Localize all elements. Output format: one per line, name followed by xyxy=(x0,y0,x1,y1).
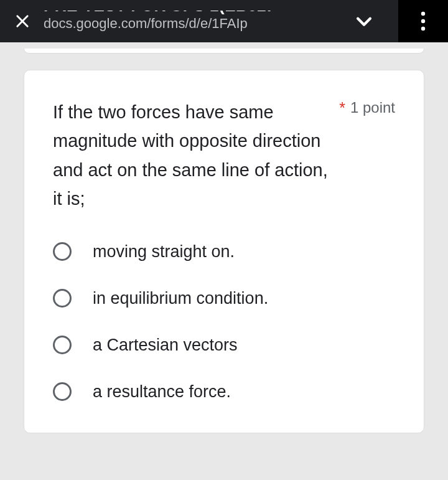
option-2[interactable]: in equilibrium condition. xyxy=(53,289,395,308)
page-title: PRE-TEST FOR UPS 1(EB02: xyxy=(44,11,352,15)
close-button[interactable] xyxy=(12,11,32,31)
option-label: a Cartesian vectors xyxy=(93,336,238,355)
radio-icon xyxy=(53,289,72,308)
option-4[interactable]: a resultance force. xyxy=(53,382,395,402)
option-label: moving straight on. xyxy=(93,242,235,261)
option-3[interactable]: a Cartesian vectors xyxy=(53,336,395,355)
header-text: PRE-TEST FOR UPS 1(EB02: docs.google.com… xyxy=(44,11,352,32)
more-vertical-icon xyxy=(421,11,426,31)
svg-point-2 xyxy=(421,12,425,16)
expand-button[interactable] xyxy=(352,9,376,33)
svg-point-3 xyxy=(421,19,425,23)
svg-point-4 xyxy=(421,27,425,31)
option-1[interactable]: moving straight on. xyxy=(53,242,395,261)
points-label: 1 point xyxy=(350,99,395,116)
close-icon xyxy=(14,12,31,30)
options-list: moving straight on. in equilibrium condi… xyxy=(53,242,395,402)
question-text: If the two forces have same magnitude wi… xyxy=(53,98,339,214)
page-url: docs.google.com/forms/d/e/1FAIp xyxy=(44,16,352,32)
header-actions xyxy=(352,0,436,42)
menu-button[interactable] xyxy=(398,0,448,42)
option-label: a resultance force. xyxy=(93,382,231,402)
radio-icon xyxy=(53,382,72,401)
content-area: If the two forces have same magnitude wi… xyxy=(0,42,448,433)
question-card: If the two forces have same magnitude wi… xyxy=(24,70,424,433)
header-bar: PRE-TEST FOR UPS 1(EB02: docs.google.com… xyxy=(0,0,448,42)
question-row: If the two forces have same magnitude wi… xyxy=(53,98,395,214)
radio-icon xyxy=(53,336,72,354)
option-label: in equilibrium condition. xyxy=(93,289,268,308)
previous-card-edge xyxy=(24,49,424,54)
required-mark: * xyxy=(339,99,345,117)
radio-icon xyxy=(53,242,72,261)
chevron-down-icon xyxy=(353,11,375,32)
